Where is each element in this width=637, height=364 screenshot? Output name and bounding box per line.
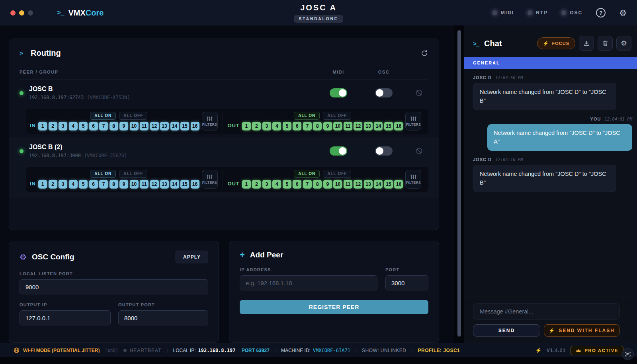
channel-out-8-button[interactable]: 8 xyxy=(313,122,322,130)
channel-in-2-button[interactable]: 2 xyxy=(49,122,57,130)
channel-in-4-button[interactable]: 4 xyxy=(69,122,78,130)
channel-out-9-button[interactable]: 9 xyxy=(323,122,332,130)
channel-out-7-button[interactable]: 7 xyxy=(303,180,312,189)
channel-in-12-button[interactable]: 12 xyxy=(150,180,159,189)
refresh-icon[interactable] xyxy=(420,49,428,57)
midi-toggle[interactable] xyxy=(330,88,347,97)
channel-in-7-button[interactable]: 7 xyxy=(99,122,108,130)
pro-active-badge[interactable]: PRO ACTIVE xyxy=(571,346,623,355)
channel-out-8-button[interactable]: 8 xyxy=(313,180,322,189)
channel-in-11-button[interactable]: 11 xyxy=(140,180,149,189)
channel-out-3-button[interactable]: 3 xyxy=(262,122,271,130)
send-button[interactable]: SEND xyxy=(473,324,540,337)
channel-out-1-button[interactable]: 1 xyxy=(242,122,251,130)
chat-channel-banner[interactable]: GENERAL xyxy=(464,57,637,69)
channel-in-3-button[interactable]: 3 xyxy=(59,122,67,130)
osc-toggle[interactable] xyxy=(375,88,393,97)
channel-out-10-button[interactable]: 10 xyxy=(333,122,342,130)
channel-in-13-button[interactable]: 13 xyxy=(160,180,169,189)
channel-in-8-button[interactable]: 8 xyxy=(109,180,118,189)
channel-in-10-button[interactable]: 10 xyxy=(130,122,139,130)
all-on-button[interactable]: ALL ON xyxy=(294,170,320,178)
filters-button[interactable]: FILTERS xyxy=(202,170,218,189)
channel-out-11-button[interactable]: 11 xyxy=(344,122,352,130)
channel-in-9-button[interactable]: 9 xyxy=(119,180,128,189)
send-with-flash-button[interactable]: ⚡ SEND WITH FLASH xyxy=(544,324,619,337)
channel-in-16-button[interactable]: 16 xyxy=(191,122,199,130)
channel-out-15-button[interactable]: 15 xyxy=(384,122,393,130)
channel-in-6-button[interactable]: 6 xyxy=(89,122,98,130)
all-off-button[interactable]: ALL OFF xyxy=(323,112,351,120)
channel-out-16-button[interactable]: 16 xyxy=(394,180,403,189)
vertical-scrollbar[interactable] xyxy=(457,30,461,337)
channel-in-4-button[interactable]: 4 xyxy=(69,180,78,189)
settings-gear-icon[interactable]: ⚙ xyxy=(619,9,627,17)
zoom-window-button[interactable] xyxy=(28,10,33,16)
channel-out-6-button[interactable]: 6 xyxy=(293,122,301,130)
chat-message-input[interactable] xyxy=(473,304,619,319)
download-chat-icon[interactable] xyxy=(579,36,594,51)
midi-toggle[interactable] xyxy=(330,146,347,156)
channel-in-9-button[interactable]: 9 xyxy=(119,122,128,130)
help-icon[interactable]: ? xyxy=(596,8,606,18)
channel-in-15-button[interactable]: 15 xyxy=(180,180,189,189)
filters-button[interactable]: FILTERS xyxy=(202,112,218,130)
block-peer-icon[interactable] xyxy=(393,147,428,155)
channel-out-4-button[interactable]: 4 xyxy=(272,180,281,189)
all-on-button[interactable]: ALL ON xyxy=(90,112,116,120)
apply-button[interactable]: APPLY xyxy=(176,251,208,263)
channel-out-4-button[interactable]: 4 xyxy=(272,122,281,130)
register-peer-button[interactable]: REGISTER PEER xyxy=(240,300,428,314)
channel-in-2-button[interactable]: 2 xyxy=(49,180,57,189)
channel-out-11-button[interactable]: 11 xyxy=(344,180,352,189)
scan-corner-button[interactable] xyxy=(622,348,634,360)
channel-out-14-button[interactable]: 14 xyxy=(374,122,383,130)
channel-in-13-button[interactable]: 13 xyxy=(160,122,169,130)
all-off-button[interactable]: ALL OFF xyxy=(119,112,147,120)
channel-out-5-button[interactable]: 5 xyxy=(283,122,291,130)
channel-in-1-button[interactable]: 1 xyxy=(38,122,47,130)
channel-out-16-button[interactable]: 16 xyxy=(394,122,403,130)
all-off-button[interactable]: ALL OFF xyxy=(323,170,351,178)
channel-out-12-button[interactable]: 12 xyxy=(354,180,362,189)
channel-in-15-button[interactable]: 15 xyxy=(180,122,189,130)
all-on-button[interactable]: ALL ON xyxy=(294,112,320,120)
profile-status[interactable]: PROFILE: JOSC1 xyxy=(418,348,460,353)
channel-in-10-button[interactable]: 10 xyxy=(130,180,139,189)
focus-button[interactable]: ⚡ FOCUS xyxy=(537,37,575,49)
channel-out-13-button[interactable]: 13 xyxy=(364,122,373,130)
channel-out-14-button[interactable]: 14 xyxy=(374,180,383,189)
filters-button[interactable]: FILTERS xyxy=(405,112,421,130)
channel-out-12-button[interactable]: 12 xyxy=(354,122,362,130)
port-input[interactable] xyxy=(385,275,428,290)
channel-in-5-button[interactable]: 5 xyxy=(79,122,88,130)
channel-in-12-button[interactable]: 12 xyxy=(150,122,159,130)
channel-out-3-button[interactable]: 3 xyxy=(262,180,271,189)
channel-in-11-button[interactable]: 11 xyxy=(140,122,149,130)
local-listen-port-input[interactable] xyxy=(20,279,208,294)
channel-in-16-button[interactable]: 16 xyxy=(191,180,199,189)
channel-out-2-button[interactable]: 2 xyxy=(252,122,261,130)
channel-out-7-button[interactable]: 7 xyxy=(303,122,312,130)
all-off-button[interactable]: ALL OFF xyxy=(119,170,147,178)
channel-out-13-button[interactable]: 13 xyxy=(364,180,373,189)
clear-chat-trash-icon[interactable] xyxy=(598,36,613,51)
channel-out-15-button[interactable]: 15 xyxy=(384,180,393,189)
osc-toggle[interactable] xyxy=(375,146,393,156)
channel-in-6-button[interactable]: 6 xyxy=(89,180,98,189)
block-peer-icon[interactable] xyxy=(393,89,428,97)
channel-out-1-button[interactable]: 1 xyxy=(242,180,251,189)
channel-in-1-button[interactable]: 1 xyxy=(38,180,47,189)
channel-out-6-button[interactable]: 6 xyxy=(293,180,301,189)
chat-settings-gear-icon[interactable]: ⚙ xyxy=(616,36,631,51)
channel-in-5-button[interactable]: 5 xyxy=(79,180,88,189)
output-ip-input[interactable] xyxy=(20,310,111,325)
channel-out-10-button[interactable]: 10 xyxy=(333,180,342,189)
channel-in-3-button[interactable]: 3 xyxy=(59,180,67,189)
ip-address-input[interactable] xyxy=(240,275,377,290)
channel-out-5-button[interactable]: 5 xyxy=(283,180,291,189)
filters-button[interactable]: FILTERS xyxy=(405,170,421,189)
channel-in-8-button[interactable]: 8 xyxy=(109,122,118,130)
channel-in-7-button[interactable]: 7 xyxy=(99,180,108,189)
channel-out-2-button[interactable]: 2 xyxy=(252,180,261,189)
